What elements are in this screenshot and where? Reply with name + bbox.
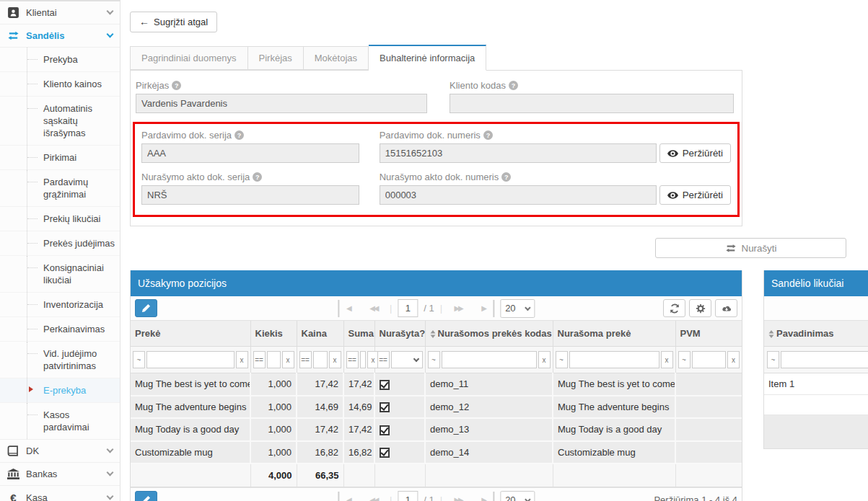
prev-page-button[interactable]: ◀◀ xyxy=(364,300,384,317)
sidebar-item-kasos-pardavimai[interactable]: Kasos pardavimai xyxy=(0,403,120,439)
page-number-input[interactable] xyxy=(398,299,418,317)
sidebar-item-prekyba[interactable]: Prekyba xyxy=(0,48,120,72)
pager-bottom: ◀ ◀◀ | / 1 | ▶▶ ▶ 20 xyxy=(338,491,535,501)
col-header-pavadinimas[interactable]: Pavadinimas xyxy=(764,321,868,347)
col-header-kaina[interactable]: Kaina xyxy=(297,321,343,347)
col-header-preke[interactable]: Prekė xyxy=(131,321,250,347)
first-page-button[interactable]: ◀ xyxy=(338,300,358,317)
filter-op-button[interactable]: ~ xyxy=(428,351,440,368)
filter-input-kodas[interactable] xyxy=(442,351,537,368)
help-icon[interactable]: ? xyxy=(234,130,244,140)
filter-op-button[interactable]: == xyxy=(377,351,390,368)
filter-input-preke[interactable] xyxy=(146,351,234,368)
sidebar-item-automatinis-saskaitu-israsymas[interactable]: Automatinis sąskaitų išrašymas xyxy=(0,97,120,146)
help-icon[interactable]: ? xyxy=(509,81,518,90)
tab-moketojas[interactable]: Mokėtojas xyxy=(304,46,369,70)
checked-checkbox-icon[interactable] xyxy=(380,402,390,412)
filter-op-button[interactable]: == xyxy=(346,351,359,368)
sidebar-item-bankas[interactable]: Bankas xyxy=(0,463,120,486)
col-header-nurasomos-kodas[interactable]: Nurašomos prekės kodas xyxy=(425,321,553,347)
tab-pirkejas[interactable]: Pirkėjas xyxy=(248,46,304,70)
filter-input-pvm[interactable] xyxy=(692,351,727,368)
filter-op-button[interactable]: == xyxy=(299,351,312,368)
next-page-button[interactable]: ▶▶ xyxy=(448,300,468,317)
col-header-pvm[interactable]: PVM xyxy=(675,321,742,347)
filter-clear-button[interactable]: x xyxy=(236,351,248,368)
prev-page-button[interactable]: ◀◀ xyxy=(364,492,384,501)
download-button[interactable] xyxy=(715,299,737,317)
col-header-nurasyta[interactable]: Nurašyta? xyxy=(374,321,425,347)
col-header-suma[interactable]: Suma xyxy=(343,321,374,347)
first-page-button[interactable]: ◀ xyxy=(338,492,358,501)
pardavimo-serija-field[interactable] xyxy=(141,143,359,163)
sidebar-item-dk[interactable]: DK xyxy=(0,440,120,463)
pirkejas-field[interactable] xyxy=(136,94,427,113)
page-size-select[interactable]: 20 xyxy=(500,299,535,318)
filter-input-kiekis[interactable] xyxy=(267,351,281,368)
sidebar-item-sandelis[interactable]: Sandėlis xyxy=(0,25,120,48)
sidebar-item-klientai[interactable]: Klientai xyxy=(0,1,120,25)
filter-op-button[interactable]: == xyxy=(253,351,266,368)
cell-preke: Customizable mug xyxy=(131,441,250,464)
last-page-button[interactable]: ▶ xyxy=(474,492,494,501)
sidebar-item-pardavimu-grazinimai[interactable]: Pardavimų grąžinimai xyxy=(0,170,120,207)
col-header-nurasoma-preke[interactable]: Nurašoma prekė xyxy=(553,321,675,347)
nurasymo-numeris-field[interactable] xyxy=(380,185,657,205)
sidebar-item-kasa[interactable]: € Kasa xyxy=(0,486,120,501)
filter-input-pavadinimas[interactable] xyxy=(781,351,868,368)
filter-clear-button[interactable]: x xyxy=(661,351,673,368)
filter-clear-button[interactable]: x xyxy=(282,351,294,368)
edit-button[interactable] xyxy=(135,299,157,317)
filter-select-nurasyta[interactable] xyxy=(391,351,423,368)
nurasyti-button[interactable]: Nurašyti xyxy=(655,238,846,258)
filter-clear-button[interactable]: x xyxy=(329,351,341,368)
filter-op-button[interactable]: ~ xyxy=(133,351,145,368)
tab-bar: Pagrindiniai duomenys Pirkėjas Mokėtojas… xyxy=(130,46,868,70)
nurasymo-serija-field[interactable] xyxy=(141,185,359,205)
table-row[interactable]: Mug The best is yet to come 1,000 17,42 … xyxy=(131,373,742,396)
sidebar-item-prekiu-likuciai[interactable]: Prekių likučiai xyxy=(0,207,120,231)
refresh-button[interactable] xyxy=(663,299,685,317)
filter-clear-button[interactable]: x xyxy=(727,351,740,368)
next-page-button[interactable]: ▶▶ xyxy=(448,492,468,501)
checked-checkbox-icon[interactable] xyxy=(380,380,390,390)
filter-input-nurasoma[interactable] xyxy=(569,351,659,368)
checked-checkbox-icon[interactable] xyxy=(380,448,390,458)
filter-op-button[interactable]: ~ xyxy=(556,351,568,368)
back-button[interactable]: ← Sugrįžti atgal xyxy=(130,12,217,32)
page-size-select[interactable]: 20 xyxy=(500,491,535,501)
tab-buhalterine-informacija[interactable]: Buhalterinė informacija xyxy=(369,45,486,71)
view-writeoff-doc-button[interactable]: Peržiūrėti xyxy=(659,185,731,205)
sidebar-item-prekes-judejimas[interactable]: Prekės judėjimas xyxy=(0,231,120,256)
filter-op-button[interactable]: ~ xyxy=(678,351,691,368)
last-page-button[interactable]: ▶ xyxy=(474,300,494,317)
page-number-input[interactable] xyxy=(398,491,418,501)
pardavimo-numeris-field[interactable] xyxy=(380,143,657,163)
kliento-kodas-field[interactable] xyxy=(450,94,734,113)
settings-button[interactable] xyxy=(689,299,711,317)
sidebar-item-pirkimai[interactable]: Pirkimai xyxy=(0,146,120,170)
view-sales-doc-button[interactable]: Peržiūrėti xyxy=(659,143,731,163)
sidebar-item-vid-judejimo-patvirtinimas[interactable]: Vid. judėjimo patvirtinimas xyxy=(0,342,120,378)
edit-button[interactable] xyxy=(135,491,157,501)
filter-op-button[interactable]: ~ xyxy=(767,351,779,368)
help-icon[interactable]: ? xyxy=(172,81,181,90)
sidebar-item-kliento-kainos[interactable]: Kliento kainos xyxy=(0,72,120,97)
filter-input-suma[interactable] xyxy=(360,351,366,368)
sidebar-item-perkainavimas[interactable]: Perkainavimas xyxy=(0,317,120,342)
help-icon[interactable]: ? xyxy=(501,172,511,182)
tab-pagrindiniai-duomenys[interactable]: Pagrindiniai duomenys xyxy=(130,46,248,70)
checked-checkbox-icon[interactable] xyxy=(380,425,390,435)
sidebar-item-e-prekyba[interactable]: E-prekyba xyxy=(0,378,120,403)
filter-input-kaina[interactable] xyxy=(313,351,328,368)
help-icon[interactable]: ? xyxy=(483,130,493,140)
table-row[interactable]: Mug Today is a good day 1,000 17,42 17,4… xyxy=(131,418,742,441)
sidebar-item-inventorizacija[interactable]: Inventorizacija xyxy=(0,293,120,317)
table-row[interactable]: Customizable mug 1,000 16,82 16,82 demo_… xyxy=(131,441,742,464)
table-row[interactable]: Mug The adventure begins 1,000 14,69 14,… xyxy=(131,396,742,419)
col-header-kiekis[interactable]: Kiekis xyxy=(250,321,297,347)
filter-clear-button[interactable]: x xyxy=(538,351,551,368)
list-item[interactable]: Item 1 xyxy=(764,373,868,395)
help-icon[interactable]: ? xyxy=(253,172,262,182)
sidebar-item-konsignaciniai-likuciai[interactable]: Konsignaciniai likučiai xyxy=(0,256,120,293)
